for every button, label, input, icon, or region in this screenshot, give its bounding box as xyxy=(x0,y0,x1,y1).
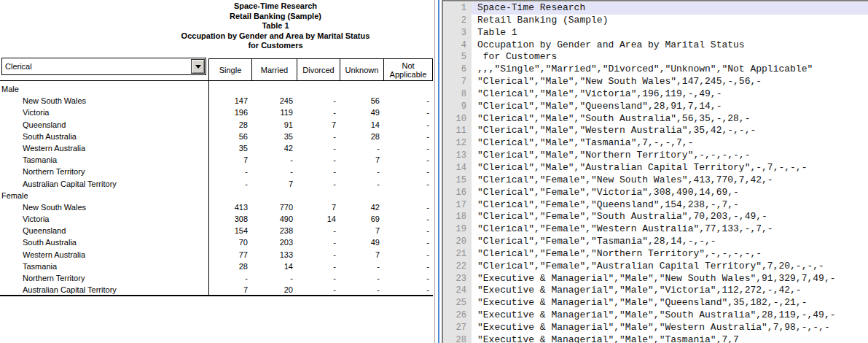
editor-line[interactable]: 25"Executive & Managerial","Male","Queen… xyxy=(443,297,868,309)
line-text[interactable]: "Clerical","Male","South Australia",56,3… xyxy=(472,113,868,126)
line-text[interactable]: for Customers xyxy=(472,51,868,63)
occupation-filter-dropdown[interactable]: Clerical xyxy=(1,58,206,75)
line-text[interactable]: "Clerical","Male","Victoria",196,119,-,4… xyxy=(472,88,868,101)
line-text[interactable]: "Executive & Managerial","Male","New Sou… xyxy=(472,273,868,285)
cell-value: - xyxy=(340,272,383,284)
editor-line[interactable]: 7"Clerical","Male","New South Wales",147… xyxy=(443,76,868,88)
cell-value: - xyxy=(297,142,340,154)
csv-text-editor[interactable]: 1Space-Time Research2Retail Banking (Sam… xyxy=(442,0,868,343)
line-number: 2 xyxy=(443,15,472,27)
editor-line[interactable]: 9"Clerical","Male","Queensland",28,91,7,… xyxy=(443,101,868,113)
line-text[interactable]: Table 1 xyxy=(472,27,868,39)
editor-line[interactable]: 10"Clerical","Male","South Australia",56… xyxy=(443,113,868,126)
line-text[interactable]: "Executive & Managerial","Male","Western… xyxy=(472,322,868,334)
editor-line[interactable]: 27"Executive & Managerial","Male","Weste… xyxy=(443,322,868,334)
line-text[interactable]: "Clerical","Female","New South Wales",41… xyxy=(472,174,868,187)
cell-value: - xyxy=(383,95,433,107)
line-text[interactable]: "Clerical","Male","Northern Territory",-… xyxy=(472,150,868,162)
editor-line[interactable]: 5 for Customers xyxy=(443,51,868,63)
editor-line[interactable]: 12"Clerical","Male","Tasmania",7,-,-,7,- xyxy=(443,137,868,150)
cell-value: - xyxy=(383,272,433,284)
editor-line[interactable]: 17"Clerical","Female","Queensland",154,2… xyxy=(443,199,868,212)
line-text[interactable]: "Executive & Managerial","Male","Victori… xyxy=(472,285,868,297)
editor-line[interactable]: 1Space-Time Research xyxy=(443,2,868,15)
line-number: 10 xyxy=(443,113,472,126)
cell-value: 28 xyxy=(208,119,251,131)
cell-value: 7 xyxy=(251,178,297,190)
panel-splitter[interactable] xyxy=(438,0,439,343)
line-number: 22 xyxy=(443,261,472,273)
editor-line[interactable]: 21"Clerical","Female","Northern Territor… xyxy=(443,248,868,261)
line-text[interactable]: "Executive & Managerial","Male","Tasmani… xyxy=(472,334,868,343)
line-number: 24 xyxy=(443,285,472,297)
editor-line[interactable]: 6,,,"Single","Married","Divorced","Unkno… xyxy=(443,63,868,76)
line-text[interactable]: "Clerical","Female","Australian Capital … xyxy=(472,261,868,273)
cell-value: - xyxy=(297,225,340,236)
line-text[interactable]: "Clerical","Female","Tasmania",28,14,-,-… xyxy=(472,236,868,248)
cell-value: 133 xyxy=(251,249,297,261)
line-text[interactable]: "Executive & Managerial","Male","Queensl… xyxy=(472,297,868,309)
line-text[interactable]: "Clerical","Male","Queensland",28,91,7,1… xyxy=(472,101,868,113)
editor-line[interactable]: 3Table 1 xyxy=(443,27,868,39)
editor-line[interactable]: 2Retail Banking (Sample) xyxy=(443,15,868,27)
line-number: 18 xyxy=(443,211,472,223)
column-header-single: Single xyxy=(208,59,251,80)
line-text[interactable]: "Clerical","Male","New South Wales",147,… xyxy=(472,76,868,88)
editor-line[interactable]: 23"Executive & Managerial","Male","New S… xyxy=(443,273,868,285)
table-row: Tasmania2814--- xyxy=(0,261,433,272)
editor-line[interactable]: 4Occupation by Gender and Area by Marita… xyxy=(443,39,868,52)
editor-line[interactable]: 8"Clerical","Male","Victoria",196,119,-,… xyxy=(443,88,868,101)
cell-value: - xyxy=(383,225,433,236)
cell-value: 7 xyxy=(297,119,340,131)
line-text[interactable]: "Clerical","Female","Victoria",308,490,1… xyxy=(472,187,868,199)
cell-value: 154 xyxy=(208,225,251,236)
line-text[interactable]: "Clerical","Male","Tasmania",7,-,-,7,- xyxy=(472,137,868,150)
cell-value: - xyxy=(383,166,433,177)
line-number: 17 xyxy=(443,199,472,212)
editor-line[interactable]: 13"Clerical","Male","Northern Territory"… xyxy=(443,150,868,162)
editor-line[interactable]: 11"Clerical","Male","Western Australia",… xyxy=(443,125,868,137)
line-text[interactable]: "Clerical","Male","Western Australia",35… xyxy=(472,125,868,137)
table-row: Western Australia77133-7- xyxy=(0,249,433,261)
cell-value: - xyxy=(340,261,383,272)
cell-value: 490 xyxy=(251,213,297,225)
cell-value: - xyxy=(383,142,433,154)
table-row: Queensland2891714- xyxy=(0,119,433,131)
editor-line[interactable]: 28"Executive & Managerial","Male","Tasma… xyxy=(443,334,868,343)
line-text[interactable]: Occupation by Gender and Area by Marital… xyxy=(472,39,868,52)
cell-value: 20 xyxy=(251,284,297,296)
editor-line[interactable]: 19"Clerical","Female","Western Australia… xyxy=(443,223,868,236)
dropdown-button[interactable] xyxy=(191,59,205,74)
row-label: New South Wales xyxy=(0,201,208,213)
table-row: Queensland154238-7- xyxy=(0,225,433,236)
cell-value: 49 xyxy=(340,107,383,118)
editor-line[interactable]: 14"Clerical","Male","Australian Capital … xyxy=(443,162,868,174)
line-text[interactable]: "Clerical","Female","Queensland",154,238… xyxy=(472,199,868,212)
editor-line[interactable]: 22"Clerical","Female","Australian Capita… xyxy=(443,261,868,273)
line-text[interactable]: "Clerical","Female","Northern Territory"… xyxy=(472,248,868,261)
cell-value: - xyxy=(297,107,340,118)
row-label: Northern Territory xyxy=(0,166,208,177)
line-text[interactable]: ,,,"Single","Married","Divorced","Unknow… xyxy=(472,63,868,76)
editor-line[interactable]: 24"Executive & Managerial","Male","Victo… xyxy=(443,285,868,297)
line-text[interactable]: "Clerical","Male","Australian Capital Te… xyxy=(472,162,868,174)
line-text[interactable]: Retail Banking (Sample) xyxy=(472,15,868,27)
table-row: Australian Capital Territory720--- xyxy=(0,284,433,296)
line-number: 19 xyxy=(443,223,472,236)
editor-line[interactable]: 20"Clerical","Female","Tasmania",28,14,-… xyxy=(443,236,868,248)
editor-line[interactable]: 15"Clerical","Female","New South Wales",… xyxy=(443,174,868,187)
cell-value: - xyxy=(340,166,383,177)
cell-value: - xyxy=(383,154,433,166)
editor-line[interactable]: 16"Clerical","Female","Victoria",308,490… xyxy=(443,187,868,199)
editor-line[interactable]: 26"Executive & Managerial","Male","South… xyxy=(443,309,868,322)
cell-value: 91 xyxy=(251,119,297,131)
line-text[interactable]: Space-Time Research xyxy=(472,2,868,15)
line-text[interactable]: "Clerical","Female","South Australia",70… xyxy=(472,211,868,223)
line-text[interactable]: "Executive & Managerial","Male","South A… xyxy=(472,309,868,322)
editor-line[interactable]: 18"Clerical","Female","South Australia",… xyxy=(443,211,868,223)
line-text[interactable]: "Clerical","Female","Western Australia",… xyxy=(472,223,868,236)
cell-value: - xyxy=(297,249,340,261)
cell-value: - xyxy=(383,201,433,213)
table-row: New South Wales147245-56- xyxy=(0,95,433,107)
row-label: Female xyxy=(0,190,208,201)
